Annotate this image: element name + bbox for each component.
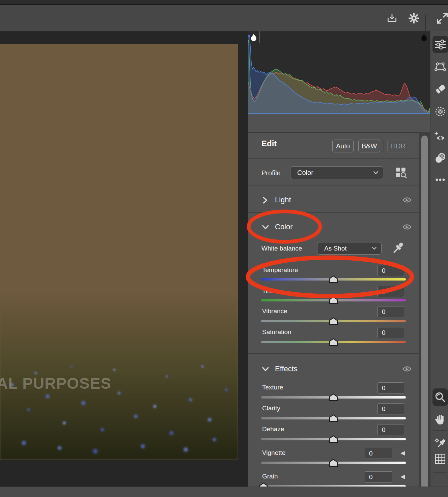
photo-canvas-area: AL PURPOSES (0, 31, 248, 460)
vignette-slider-thumb[interactable] (329, 459, 338, 467)
vignette-slider[interactable] (261, 462, 406, 464)
profile-dropdown[interactable]: Color (290, 166, 383, 179)
color-collapse-chevron-icon[interactable] (262, 225, 269, 231)
white-teardrop-icon (250, 33, 258, 41)
color-section-label[interactable]: Color (275, 223, 293, 231)
lightroom-window: { "window": { "topbar_icons": ["export-d… (0, 0, 448, 497)
sidebar-divider (433, 430, 447, 431)
texture-slider[interactable] (261, 396, 406, 399)
effects-visibility-eye-icon[interactable] (402, 366, 412, 372)
window-top-strip (0, 0, 448, 5)
panel-spacer (248, 114, 430, 132)
red-eye-icon[interactable] (433, 130, 447, 143)
tint-slider-thumb[interactable] (329, 296, 338, 304)
texture-slider-thumb[interactable] (329, 393, 338, 401)
color-sampler-icon[interactable] (433, 435, 447, 449)
auto-button[interactable]: Auto (332, 140, 354, 152)
temperature-label: Temperature (262, 266, 298, 274)
clarity-slider[interactable] (261, 417, 406, 419)
bw-button[interactable]: B&W (358, 140, 380, 152)
top-bar (0, 5, 448, 31)
masking-icon[interactable] (433, 105, 447, 118)
tool-sidebar (430, 31, 448, 497)
section-divider (248, 212, 420, 213)
histogram[interactable] (248, 31, 430, 114)
vibrance-slider[interactable] (261, 320, 406, 322)
chevron-down-icon (373, 171, 378, 174)
effects-collapse-chevron-icon[interactable] (262, 367, 269, 373)
presets-heal-icon[interactable] (433, 151, 447, 165)
tint-value[interactable]: 0 (377, 286, 404, 297)
light-section-label[interactable]: Light (275, 196, 291, 204)
saturation-slider-thumb[interactable] (329, 338, 338, 346)
panel-scrollbar-thumb[interactable] (421, 136, 428, 497)
settings-gear-icon[interactable] (408, 12, 420, 25)
light-expand-chevron-icon[interactable] (262, 197, 268, 205)
hand-pan-icon[interactable] (433, 412, 447, 426)
more-options-icon[interactable] (433, 173, 447, 186)
section-divider (248, 353, 420, 354)
photo: AL PURPOSES (0, 44, 238, 460)
profile-dropdown-value: Color (297, 169, 313, 177)
tint-label: Tint (262, 287, 273, 295)
clarity-value[interactable]: 0 (377, 403, 404, 414)
temperature-slider-thumb[interactable] (329, 275, 338, 283)
zoom-icon[interactable] (433, 390, 447, 404)
light-visibility-eye-icon[interactable] (402, 197, 412, 203)
tint-slider[interactable] (261, 299, 406, 301)
white-balance-dropdown[interactable]: As Shot (317, 242, 382, 255)
clarity-slider-thumb[interactable] (329, 414, 338, 422)
grid-overlay-icon[interactable] (433, 452, 447, 466)
effects-section-label[interactable]: Effects (275, 364, 298, 373)
texture-label: Texture (262, 384, 283, 391)
saturation-value[interactable]: 0 (377, 327, 404, 338)
vibrance-value[interactable]: 0 (377, 306, 404, 317)
shadow-clipping-indicator[interactable] (248, 31, 260, 43)
fullscreen-expand-icon[interactable] (436, 12, 448, 25)
vibrance-slider-thumb[interactable] (329, 317, 338, 325)
grain-label: Grain (262, 473, 278, 480)
panel-title: Edit (261, 139, 277, 148)
saturation-label: Saturation (262, 328, 291, 336)
histogram-curves (248, 31, 430, 114)
vibrance-label: Vibrance (262, 308, 287, 315)
vignette-label: Vignette (262, 449, 285, 457)
dehaze-label: Dehaze (262, 426, 284, 433)
section-divider (248, 185, 420, 185)
white-balance-eyedropper-icon[interactable] (391, 241, 405, 255)
dehaze-slider[interactable] (261, 438, 406, 440)
profile-browser-icon[interactable] (395, 167, 407, 178)
crop-transform-icon[interactable] (433, 60, 447, 74)
saturation-slider[interactable] (261, 341, 406, 343)
dehaze-slider-thumb[interactable] (329, 435, 338, 443)
vignette-expand-triangle-icon[interactable]: ◀ (400, 450, 405, 456)
sidebar-divider (433, 472, 447, 473)
dehaze-value[interactable]: 0 (377, 424, 404, 435)
chevron-down-icon (372, 247, 376, 250)
color-visibility-eye-icon[interactable] (402, 224, 412, 230)
clarity-label: Clarity (262, 405, 280, 412)
white-balance-label: White balance (261, 245, 302, 252)
grain-value[interactable]: 0 (365, 471, 392, 483)
section-divider (248, 158, 420, 159)
black-teardrop-icon (420, 33, 428, 41)
topbar-divider (425, 14, 426, 31)
texture-value[interactable]: 0 (377, 382, 404, 393)
grain-expand-triangle-icon[interactable]: ◀ (400, 474, 405, 479)
temperature-slider[interactable] (261, 278, 406, 281)
edit-panel: Edit Auto B&W HDR Profile Color Light Co… (248, 132, 430, 497)
vignette-value[interactable]: 0 (365, 448, 392, 459)
status-strip (0, 487, 448, 497)
eraser-heal-icon[interactable] (433, 82, 447, 95)
hdr-button[interactable]: HDR (387, 140, 409, 152)
edit-side-panel: Edit Auto B&W HDR Profile Color Light Co… (248, 31, 430, 497)
export-download-icon[interactable] (386, 12, 398, 25)
header-button-divider (384, 140, 384, 152)
white-balance-value: As Shot (324, 245, 347, 252)
highlight-clipping-indicator[interactable] (418, 31, 430, 43)
temperature-value[interactable]: 0 (377, 265, 404, 276)
profile-label: Profile (261, 169, 281, 177)
edit-sliders-icon[interactable] (433, 38, 447, 51)
watermark-text: AL PURPOSES (0, 374, 111, 392)
